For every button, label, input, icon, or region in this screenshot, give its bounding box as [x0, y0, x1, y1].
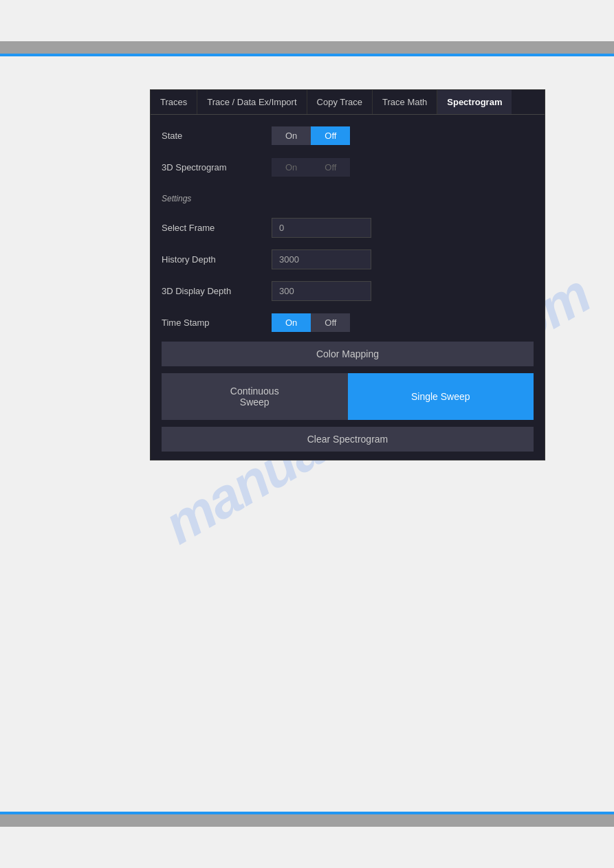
single-sweep-button[interactable]: Single Sweep [348, 373, 534, 420]
settings-section-row: Settings [162, 186, 534, 211]
panel-content: State On Off 3D Spectrogram On Off Setti… [151, 115, 545, 460]
display-depth-label: 3D Display Depth [162, 286, 272, 296]
timestamp-row: Time Stamp On Off [162, 310, 534, 335]
tab-bar: Traces Trace / Data Ex/Import Copy Trace… [151, 90, 545, 115]
spectrogram3d-row: 3D Spectrogram On Off [162, 155, 534, 179]
timestamp-off-button[interactable]: Off [311, 313, 350, 332]
tab-trace-math[interactable]: Trace Math [373, 90, 437, 114]
state-off-button[interactable]: Off [311, 126, 350, 145]
display-depth-input[interactable] [272, 281, 371, 301]
history-depth-input[interactable] [272, 249, 371, 269]
state-row: State On Off [162, 123, 534, 148]
tab-trace-data-ex-import[interactable]: Trace / Data Ex/Import [197, 90, 307, 114]
state-toggle-group: On Off [272, 126, 350, 145]
sweep-row: ContinuousSweep Single Sweep [162, 373, 534, 420]
tab-spectrogram[interactable]: Spectrogram [437, 90, 512, 114]
color-mapping-button[interactable]: Color Mapping [162, 342, 534, 366]
top-bar-accent [0, 54, 614, 56]
spectrogram3d-on-button[interactable]: On [272, 158, 311, 177]
clear-spectrogram-button[interactable]: Clear Spectrogram [162, 427, 534, 452]
select-frame-input[interactable] [272, 218, 371, 238]
spectrogram3d-toggle-group: On Off [272, 158, 350, 177]
panel-container: Traces Trace / Data Ex/Import Copy Trace… [150, 89, 545, 460]
spectrogram3d-label: 3D Spectrogram [162, 162, 272, 173]
timestamp-toggle-group: On Off [272, 313, 350, 332]
timestamp-on-button[interactable]: On [272, 313, 311, 332]
history-depth-label: History Depth [162, 254, 272, 265]
continuous-sweep-button[interactable]: ContinuousSweep [162, 373, 348, 420]
select-frame-row: Select Frame [162, 215, 534, 240]
history-depth-row: History Depth [162, 247, 534, 271]
bottom-bar-accent [0, 812, 614, 814]
timestamp-label: Time Stamp [162, 318, 272, 328]
state-on-button[interactable]: On [272, 126, 311, 145]
spectrogram3d-off-button[interactable]: Off [311, 158, 350, 177]
bottom-bar [0, 814, 614, 827]
tab-traces[interactable]: Traces [151, 90, 197, 114]
top-bar [0, 41, 614, 54]
state-label: State [162, 131, 272, 141]
select-frame-label: Select Frame [162, 223, 272, 233]
display-depth-row: 3D Display Depth [162, 278, 534, 303]
tab-copy-trace[interactable]: Copy Trace [307, 90, 373, 114]
settings-label: Settings [162, 194, 272, 203]
